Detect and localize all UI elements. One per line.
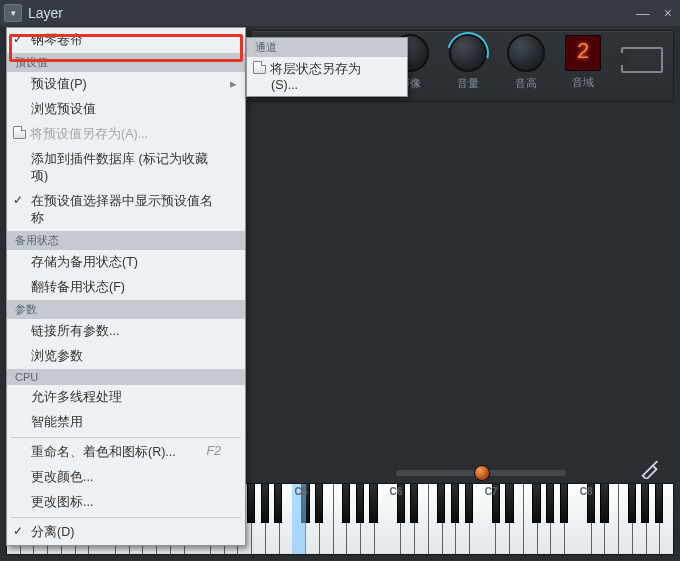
menu-detach[interactable]: ✓分离(D) (7, 520, 245, 545)
black-key[interactable] (356, 484, 364, 523)
close-button[interactable]: × (664, 5, 672, 21)
menu-link-all-params[interactable]: 链接所有参数... (7, 319, 245, 344)
titlebar-menu-button[interactable]: ▾ (4, 4, 22, 22)
black-key[interactable] (587, 484, 595, 523)
minimize-button[interactable]: — (636, 5, 650, 21)
black-key[interactable] (247, 484, 255, 523)
black-key[interactable] (546, 484, 554, 523)
brush-icon[interactable] (640, 461, 662, 479)
black-key[interactable] (437, 484, 445, 523)
file-icon (253, 61, 266, 74)
menu-add-to-plugin-db[interactable]: 添加到插件数据库 (标记为收藏项) (7, 147, 245, 189)
black-key[interactable] (492, 484, 500, 523)
patch-icon[interactable] (621, 47, 663, 73)
black-key[interactable] (505, 484, 513, 523)
menu-rename-color-icon[interactable]: 重命名、着色和图标(R)...F2 (7, 440, 245, 465)
menu-change-icon[interactable]: 更改图标... (7, 490, 245, 515)
menu-change-color[interactable]: 更改颜色... (7, 465, 245, 490)
menu-piano-roll[interactable]: ✓ 钢琴卷帘 (7, 28, 245, 53)
black-key[interactable] (410, 484, 418, 523)
menu-section-cpu: CPU (7, 369, 245, 385)
black-key[interactable] (451, 484, 459, 523)
black-key[interactable] (342, 484, 350, 523)
black-key[interactable] (261, 484, 269, 523)
menu-browse-presets[interactable]: 浏览预设值 (7, 97, 245, 122)
black-key[interactable] (532, 484, 540, 523)
submenu-save-layer-state[interactable]: 将层状态另存为(S)... (247, 57, 407, 96)
octave[interactable]: C6 (388, 484, 483, 554)
check-icon: ✓ (13, 524, 23, 538)
menu-store-backup[interactable]: 存储为备用状态(T) (7, 250, 245, 275)
menu-section-preset: 预设值 (7, 53, 245, 72)
black-key[interactable] (274, 484, 282, 523)
file-icon (13, 126, 26, 139)
pitch-label: 音高 (507, 76, 545, 91)
menu-section-backup: 备用状态 (7, 231, 245, 250)
menu-preset[interactable]: 预设值(P) (7, 72, 245, 97)
menu-flip-backup[interactable]: 翻转备用状态(F) (7, 275, 245, 300)
black-key[interactable] (315, 484, 323, 523)
black-key[interactable] (301, 484, 309, 523)
octave[interactable]: C8 (578, 484, 673, 554)
octave[interactable]: C7 (483, 484, 578, 554)
black-key[interactable] (397, 484, 405, 523)
range-label: 音域 (565, 75, 601, 90)
volume-knob[interactable] (449, 34, 487, 72)
menu-browse-params[interactable]: 浏览参数 (7, 344, 245, 369)
range-display[interactable]: 2 (565, 35, 601, 71)
menu-show-preset-name[interactable]: ✓在预设值选择器中显示预设值名称 (7, 189, 245, 231)
menu-section-params: 参数 (7, 300, 245, 319)
black-key[interactable] (641, 484, 649, 523)
window-title: Layer (28, 5, 63, 21)
black-key[interactable] (655, 484, 663, 523)
menu-allow-multithread[interactable]: 允许多线程处理 (7, 385, 245, 410)
submenu-section-channel: 通道 (247, 38, 407, 57)
volume-label: 音量 (449, 76, 487, 91)
black-key[interactable] (369, 484, 377, 523)
octave[interactable]: C5 (292, 484, 387, 554)
slider-handle[interactable] (474, 465, 490, 481)
crossfade-slider[interactable] (396, 470, 566, 476)
main-context-menu: ✓ 钢琴卷帘 预设值 预设值(P) 浏览预设值 将预设值另存为(A)... 添加… (6, 27, 246, 546)
menu-save-preset-as[interactable]: 将预设值另存为(A)... (7, 122, 245, 147)
pitch-knob[interactable] (507, 34, 545, 72)
check-icon: ✓ (13, 32, 23, 46)
channel-submenu: 通道 将层状态另存为(S)... (246, 37, 408, 97)
black-key[interactable] (600, 484, 608, 523)
black-key[interactable] (560, 484, 568, 523)
check-icon: ✓ (13, 193, 23, 207)
black-key[interactable] (465, 484, 473, 523)
black-key[interactable] (628, 484, 636, 523)
menu-smart-disable[interactable]: 智能禁用 (7, 410, 245, 435)
